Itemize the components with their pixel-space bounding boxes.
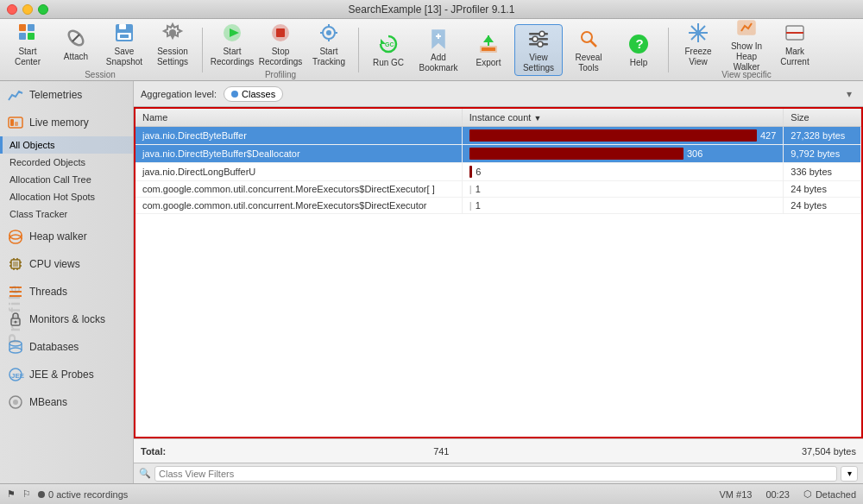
sidebar-item-jee-probes[interactable]: JEE JEE & Probes bbox=[0, 361, 133, 388]
mark-current-button[interactable]: MarkCurrent bbox=[771, 18, 819, 70]
aggregation-classes-button[interactable]: Classes bbox=[224, 86, 283, 102]
view-settings-button[interactable]: ViewSettings bbox=[514, 24, 563, 76]
save-snapshot-button[interactable]: SaveSnapshot bbox=[100, 18, 148, 70]
close-button[interactable] bbox=[7, 4, 17, 15]
attach-icon bbox=[64, 26, 88, 50]
help-button[interactable]: ? Help bbox=[614, 24, 663, 76]
filter-search-icon: 🔍 bbox=[139, 468, 151, 479]
run-gc-button[interactable]: GC Run GC bbox=[364, 24, 413, 76]
allocation-hot-spots-label: Allocation Hot Spots bbox=[9, 192, 95, 202]
row-size-cell: 9,792 bytes bbox=[784, 145, 861, 163]
svg-line-37 bbox=[591, 41, 597, 47]
svg-point-44 bbox=[696, 30, 701, 35]
sidebar-item-mbeans[interactable]: MBeans bbox=[0, 388, 133, 416]
stop-recordings-icon bbox=[268, 21, 293, 45]
session-settings-button[interactable]: SessionSettings bbox=[148, 18, 197, 70]
table-header-row: Name Instance count ▼ Size bbox=[135, 109, 861, 127]
svg-rect-9 bbox=[120, 35, 129, 38]
table-row[interactable]: com.google.common.util.concurrent.MoreEx… bbox=[135, 181, 861, 198]
attach-button[interactable]: Attach bbox=[52, 18, 100, 70]
table-row[interactable]: java.nio.DirectLongBufferU 6336 bytes bbox=[135, 163, 861, 181]
heap-walker-icon bbox=[7, 228, 24, 245]
maximize-button[interactable] bbox=[38, 4, 48, 15]
svg-rect-1 bbox=[28, 24, 35, 31]
reveal-tools-icon bbox=[576, 27, 601, 51]
start-tracking-button[interactable]: StartTracking bbox=[305, 18, 353, 70]
start-recordings-label: StartRecordings bbox=[211, 47, 255, 67]
recorded-objects-label: Recorded Objects bbox=[9, 157, 85, 167]
sidebar-item-live-memory[interactable]: Live memory bbox=[0, 109, 133, 136]
mark-current-icon bbox=[783, 21, 807, 45]
view-specific-group-label: View specific bbox=[721, 70, 772, 81]
freeze-view-button[interactable]: FreezeView bbox=[674, 18, 722, 70]
export-button[interactable]: Export bbox=[464, 24, 513, 76]
reveal-tools-label: RevealTools bbox=[575, 53, 602, 73]
row-instance-count-cell: | 1 bbox=[462, 181, 784, 198]
start-recordings-button[interactable]: StartRecordings bbox=[208, 18, 256, 70]
instance-count-column-header[interactable]: Instance count ▼ bbox=[462, 109, 784, 127]
size-column-header[interactable]: Size bbox=[784, 109, 861, 127]
svg-rect-49 bbox=[10, 119, 14, 126]
table-row[interactable]: java.nio.DirectByteBuffer 42727,328 byte… bbox=[135, 127, 861, 145]
sidebar-item-cpu-views[interactable]: CPU views bbox=[0, 250, 133, 278]
start-center-label: StartCenter bbox=[15, 47, 41, 67]
row-size-cell: 24 bytes bbox=[784, 198, 861, 214]
freeze-view-label: FreezeView bbox=[684, 47, 711, 67]
add-bookmark-button[interactable]: AddBookmark bbox=[414, 24, 463, 76]
svg-rect-2 bbox=[19, 33, 26, 40]
sidebar-item-threads[interactable]: Threads bbox=[0, 278, 133, 306]
start-center-button[interactable]: StartCenter bbox=[3, 18, 52, 70]
recording-status-dot bbox=[38, 491, 45, 498]
recordings-label: 0 active recordings bbox=[48, 489, 128, 500]
sidebar-item-databases[interactable]: Databases bbox=[0, 333, 133, 361]
flag1-icon: ⚑ bbox=[7, 488, 16, 500]
sidebar-subitem-recorded-objects[interactable]: Recorded Objects bbox=[0, 154, 133, 171]
toolbar-view-specific-group: FreezeView Show InHeap Walker MarkCurren… bbox=[674, 18, 819, 81]
show-in-heap-walker-button[interactable]: Show InHeap Walker bbox=[722, 18, 771, 70]
aggregation-toolbar: Aggregation level: Classes ▾ bbox=[134, 81, 863, 107]
reveal-tools-button[interactable]: RevealTools bbox=[564, 24, 613, 76]
svg-point-36 bbox=[582, 32, 592, 42]
table-row[interactable]: com.google.common.util.concurrent.MoreEx… bbox=[135, 198, 861, 214]
sidebar-subitem-all-objects[interactable]: All Objects bbox=[0, 136, 133, 154]
svg-point-70 bbox=[9, 341, 22, 346]
allocation-call-tree-label: Allocation Call Tree bbox=[9, 174, 91, 185]
sidebar-item-monitors-locks[interactable]: Monitors & locks bbox=[0, 306, 133, 333]
telemetries-icon bbox=[7, 86, 24, 104]
name-column-header[interactable]: Name bbox=[135, 109, 462, 127]
aggregation-label: Aggregation level: bbox=[141, 89, 217, 99]
sidebar-subitem-allocation-call-tree[interactable]: Allocation Call Tree bbox=[0, 171, 133, 188]
start-tracking-icon bbox=[317, 21, 341, 45]
attach-label: Attach bbox=[64, 52, 88, 62]
svg-point-77 bbox=[13, 400, 18, 405]
row-name-cell: java.nio.DirectByteBuffer$Deallocator bbox=[135, 145, 462, 163]
freeze-view-icon bbox=[686, 21, 710, 45]
cpu-views-icon bbox=[7, 255, 24, 273]
sidebar-item-telemetries[interactable]: Telemetries bbox=[0, 81, 133, 109]
add-bookmark-label: AddBookmark bbox=[419, 53, 457, 73]
sidebar-item-heap-walker[interactable]: Heap walker bbox=[0, 223, 133, 250]
session-settings-label: SessionSettings bbox=[157, 47, 188, 67]
row-instance-count-cell: | 1 bbox=[462, 198, 784, 214]
class-view-filter-input[interactable] bbox=[154, 466, 837, 482]
stop-recordings-button[interactable]: StopRecordings bbox=[256, 18, 305, 70]
sidebar: Profile Telemetries Live memory All Obje… bbox=[0, 81, 134, 483]
session-buttons: StartCenter Attach SaveSnapshot SessionS… bbox=[3, 18, 197, 70]
svg-rect-3 bbox=[28, 33, 35, 40]
databases-icon bbox=[7, 338, 24, 356]
filter-options-button[interactable]: ▾ bbox=[841, 466, 858, 482]
aggregation-value: Classes bbox=[242, 89, 275, 99]
content-options-button[interactable]: ▾ bbox=[842, 87, 856, 101]
main-area: Profile Telemetries Live memory All Obje… bbox=[0, 81, 863, 483]
detached-status: ⬡ Detached bbox=[803, 488, 856, 500]
size-header-label: Size bbox=[791, 112, 809, 123]
table-row[interactable]: java.nio.DirectByteBuffer$Deallocator 30… bbox=[135, 145, 861, 163]
minimize-button[interactable] bbox=[22, 4, 33, 15]
monitors-locks-icon bbox=[7, 311, 24, 328]
sidebar-subitem-class-tracker[interactable]: Class Tracker bbox=[0, 205, 133, 223]
aggregation-dot bbox=[231, 91, 238, 98]
sidebar-subitem-allocation-hot-spots[interactable]: Allocation Hot Spots bbox=[0, 188, 133, 205]
cpu-views-label: CPU views bbox=[29, 258, 80, 270]
status-right-area: VM #13 00:23 ⬡ Detached bbox=[719, 488, 856, 500]
instance-count-header-label: Instance count bbox=[469, 112, 532, 123]
